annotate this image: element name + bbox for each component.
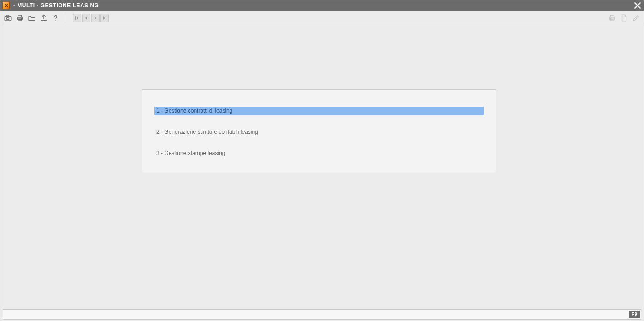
nav-last-button[interactable] [100,14,109,22]
document-icon[interactable] [620,13,629,23]
camera-icon[interactable] [3,13,12,23]
menu-item-gestione-contratti[interactable]: 1 - Gestione contratti di leasing [154,107,484,115]
menu-item-label: 2 - Generazione scritture contabili leas… [156,129,258,135]
svg-rect-0 [5,16,11,21]
menu-item-label: 1 - Gestione contratti di leasing [156,107,232,114]
nav-prev-button[interactable] [82,14,90,22]
menu-item-gestione-stampe[interactable]: 3 - Gestione stampe leasing [154,149,484,157]
main-content: 1 - Gestione contratti di leasing 2 - Ge… [0,25,644,308]
window-titlebar: ✕ - MULTI - GESTIONE LEASING [0,0,644,11]
print-icon[interactable] [608,13,617,23]
fkey-button[interactable]: F9 [629,311,640,318]
nav-next-button[interactable] [91,14,100,22]
menu-item-generazione-scritture[interactable]: 2 - Generazione scritture contabili leas… [154,128,484,136]
close-button[interactable] [633,1,642,10]
printer-icon[interactable] [15,13,24,23]
folder-icon[interactable] [27,13,36,23]
upload-icon[interactable] [39,13,48,23]
menu-item-label: 3 - Gestione stampe leasing [156,150,225,156]
statusbar: F9 [0,308,644,321]
app-logo-icon: ✕ [2,2,10,9]
svg-rect-4 [18,15,22,17]
svg-rect-6 [75,16,76,20]
svg-point-1 [6,17,9,19]
statusbar-inner: F9 [3,309,641,320]
pencil-icon[interactable] [632,13,641,23]
nav-first-button[interactable] [73,14,81,22]
toolbar [0,11,644,25]
menu-panel: 1 - Gestione contratti di leasing 2 - Ge… [142,89,496,173]
toolbar-separator [65,12,65,24]
svg-point-5 [55,20,56,21]
nav-group [70,14,112,22]
help-icon[interactable] [51,13,60,23]
window-title: - MULTI - GESTIONE LEASING [13,2,633,9]
svg-rect-7 [106,16,107,20]
svg-rect-10 [610,15,614,17]
